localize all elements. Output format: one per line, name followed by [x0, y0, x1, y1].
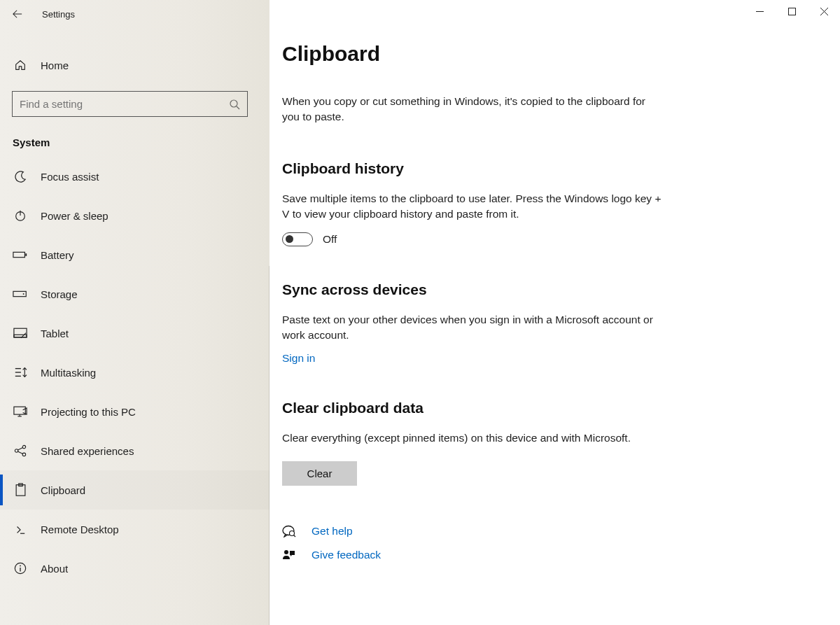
arrow-left-icon	[13, 9, 22, 19]
svg-line-1	[237, 106, 239, 109]
svg-rect-8	[14, 328, 27, 337]
category-label: System	[0, 117, 270, 157]
svg-rect-9	[14, 335, 27, 337]
svg-point-19	[22, 445, 26, 449]
sync-desc: Paste text on your other devices when yo…	[282, 312, 662, 344]
history-desc: Save multiple items to the clipboard to …	[282, 191, 662, 223]
history-toggle-label: Off	[323, 233, 337, 246]
svg-point-20	[22, 453, 26, 456]
svg-point-34	[290, 531, 295, 536]
give-feedback-link[interactable]: Give feedback	[312, 549, 381, 561]
moon-icon	[13, 170, 28, 183]
history-title: Clipboard history	[282, 160, 662, 177]
about-icon	[13, 562, 28, 575]
sidebar-item-label: Battery	[41, 249, 74, 261]
feedback-icon	[282, 549, 296, 561]
sidebar-item-label: About	[41, 563, 68, 575]
svg-point-0	[230, 100, 237, 107]
remote-icon	[13, 523, 28, 535]
minimize-icon	[756, 8, 764, 15]
svg-line-21	[18, 448, 22, 451]
close-button[interactable]	[808, 0, 840, 22]
sidebar-item-about[interactable]: About	[0, 549, 270, 588]
maximize-button[interactable]	[776, 0, 808, 22]
history-toggle[interactable]	[282, 232, 313, 246]
sidebar: Settings Home System Focus assistPower &…	[0, 0, 270, 625]
clear-desc: Clear everything (except pinned items) o…	[282, 430, 662, 446]
sidebar-item-home[interactable]: Home	[0, 48, 270, 83]
sidebar-item-label: Tablet	[41, 328, 69, 339]
tablet-icon	[13, 328, 28, 339]
search-input-container[interactable]	[12, 91, 248, 117]
svg-point-27	[20, 566, 21, 567]
battery-icon	[13, 250, 28, 260]
sidebar-item-label: Multitasking	[41, 367, 96, 379]
sidebar-item-label: Shared experiences	[41, 445, 134, 457]
svg-point-36	[284, 550, 288, 554]
maximize-icon	[788, 8, 796, 15]
sidebar-item-label: Focus assist	[41, 171, 99, 183]
svg-rect-5	[25, 253, 27, 256]
search-icon	[229, 99, 240, 110]
page-title: Clipboard	[282, 42, 662, 66]
help-icon	[282, 525, 296, 538]
sidebar-item-shared-experiences[interactable]: Shared experiences	[0, 431, 270, 470]
main-panel: Clipboard When you copy or cut something…	[270, 0, 840, 625]
shared-icon	[13, 444, 28, 457]
project-icon	[13, 406, 28, 418]
clear-button[interactable]: Clear	[282, 461, 357, 486]
close-icon	[820, 8, 828, 15]
sign-in-link[interactable]: Sign in	[282, 352, 315, 365]
sidebar-item-label: Remote Desktop	[41, 524, 119, 535]
sidebar-item-multitasking[interactable]: Multitasking	[0, 353, 270, 392]
clipboard-icon	[13, 483, 28, 497]
storage-icon	[13, 289, 28, 299]
get-help-link[interactable]: Get help	[312, 525, 353, 538]
svg-point-18	[15, 449, 18, 453]
clear-title: Clear clipboard data	[282, 400, 662, 416]
sidebar-item-label: Storage	[41, 288, 78, 300]
sidebar-item-battery[interactable]: Battery	[0, 235, 270, 274]
window-controls	[743, 0, 840, 22]
sidebar-item-tablet[interactable]: Tablet	[0, 314, 270, 353]
sidebar-item-label: Projecting to this PC	[41, 406, 136, 418]
svg-rect-4	[13, 252, 24, 257]
svg-line-35	[294, 535, 296, 538]
svg-rect-30	[788, 8, 795, 15]
back-button[interactable]	[13, 9, 22, 19]
sidebar-item-remote-desktop[interactable]: Remote Desktop	[0, 510, 270, 549]
sidebar-item-label: Power & sleep	[41, 210, 108, 222]
sidebar-item-clipboard[interactable]: Clipboard	[0, 470, 270, 510]
sidebar-item-storage[interactable]: Storage	[0, 274, 270, 314]
search-input[interactable]	[20, 98, 216, 110]
multitask-icon	[13, 366, 28, 379]
window-title: Settings	[42, 9, 75, 20]
sidebar-item-focus-assist[interactable]: Focus assist	[0, 157, 270, 196]
svg-line-22	[18, 451, 22, 454]
sidebar-item-power-sleep[interactable]: Power & sleep	[0, 196, 270, 235]
page-lead: When you copy or cut something in Window…	[282, 94, 662, 125]
power-icon	[13, 209, 28, 222]
toggle-knob	[286, 235, 293, 243]
sync-title: Sync across devices	[282, 281, 662, 298]
home-icon	[13, 59, 28, 71]
minimize-button[interactable]	[743, 0, 776, 22]
sidebar-item-projecting-to-this-pc[interactable]: Projecting to this PC	[0, 392, 270, 431]
home-label: Home	[41, 59, 69, 71]
sidebar-item-label: Clipboard	[41, 484, 85, 496]
svg-point-7	[23, 293, 24, 295]
